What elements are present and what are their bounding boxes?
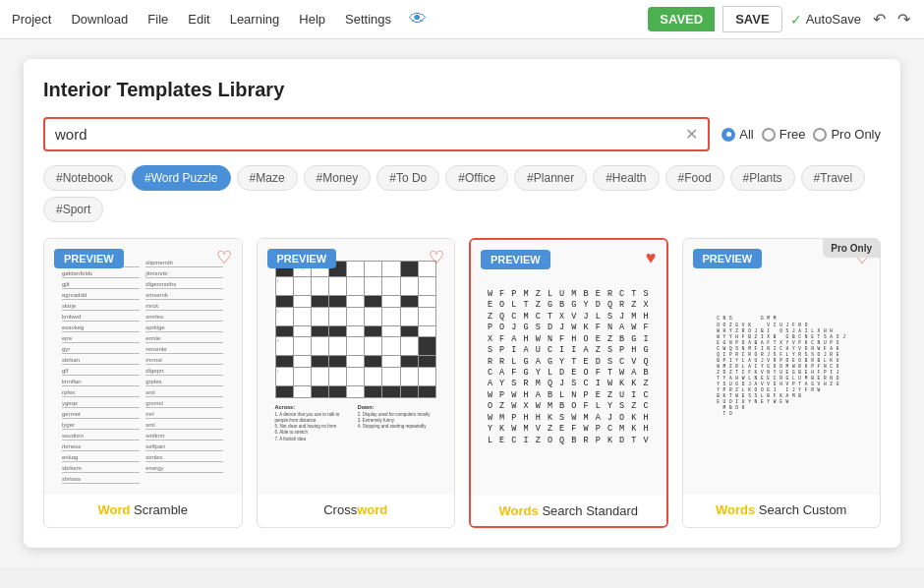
crossword-preview: PREVIEW ♡ 3 1 5: [258, 239, 455, 495]
favorite-btn-crossword[interactable]: ♡: [429, 247, 444, 268]
favorite-btn-words-search-standard[interactable]: ♥: [646, 248, 657, 268]
tag-health[interactable]: #Health: [593, 165, 659, 191]
tag-sport[interactable]: #Sport: [43, 197, 103, 222]
words-search-standard-rest: Search Standard: [539, 503, 638, 518]
tag-todo[interactable]: #To Do: [376, 165, 439, 191]
radio-free-dot: [762, 128, 776, 142]
menu-settings[interactable]: Settings: [343, 8, 393, 30]
tag-plants[interactable]: #Plants: [730, 165, 795, 191]
menu-help[interactable]: Help: [297, 8, 327, 30]
menu-right-actions: SAVED SAVE ✓ AutoSave ↶ ↷: [648, 6, 914, 32]
word-scramble-highlight: Word: [97, 502, 130, 517]
filter-pro[interactable]: Pro Only: [813, 127, 881, 142]
preview-btn-words-search-custom[interactable]: PREVIEW: [693, 249, 763, 268]
word-scramble-preview: PREVIEW ♡ yfmg gøldenfolds gjlt egrxaddd…: [44, 239, 242, 495]
library-panel: Interior Templates Library ✕ All Free Pr…: [24, 59, 900, 548]
search-input[interactable]: [55, 126, 685, 143]
tag-office[interactable]: #Office: [445, 165, 508, 191]
words-search-standard-preview: PREVIEW ♥ W F P M Z L U M B E R C T SE O…: [471, 240, 666, 496]
preview-eye-icon[interactable]: 👁: [409, 9, 427, 29]
crossword-label: Crossword: [258, 495, 455, 525]
crossword-prefix: Cross: [323, 502, 357, 517]
tag-planner[interactable]: #Planner: [514, 165, 587, 191]
menu-bar: Project Download File Edit Learning Help…: [0, 0, 924, 39]
crossword-highlight: word: [357, 502, 387, 517]
words-search-custom-label: Words Search Custom: [683, 495, 881, 525]
filter-pro-label: Pro Only: [831, 127, 881, 142]
favorite-btn-word-scramble[interactable]: ♡: [216, 247, 232, 268]
radio-pro-dot: [813, 128, 827, 142]
autosave-label: AutoSave: [806, 12, 861, 27]
word-search-grid: W F P M Z L U M B E R C T SE O L T Z G B…: [480, 281, 658, 455]
main-content: Interior Templates Library ✕ All Free Pr…: [0, 39, 924, 567]
words-search-custom-highlight: Words: [716, 502, 755, 517]
tag-row: #Notebook #Word Puzzle #Maze #Money #To …: [43, 165, 881, 222]
filter-free-label: Free: [780, 127, 806, 142]
library-title: Interior Templates Library: [43, 79, 881, 101]
template-grid: PREVIEW ♡ yfmg gøldenfolds gjlt egrxaddd…: [43, 238, 881, 528]
undo-button[interactable]: ↶: [869, 8, 890, 30]
words-search-standard-label: Words Search Standard: [471, 496, 666, 526]
menu-edit[interactable]: Edit: [186, 8, 211, 30]
filter-all-label: All: [739, 127, 753, 142]
filter-all[interactable]: All: [722, 127, 753, 142]
undo-redo-group: ↶ ↷: [869, 8, 914, 30]
autosave-checkmark: ✓: [790, 12, 802, 28]
word-scramble-rest: Scramble: [130, 502, 188, 517]
filter-group: All Free Pro Only: [722, 127, 881, 142]
tag-travel[interactable]: #Travel: [801, 165, 866, 191]
tag-word-puzzle[interactable]: #Word Puzzle: [132, 165, 230, 191]
redo-button[interactable]: ↷: [894, 8, 914, 30]
words-search-custom-rest: Search Custom: [755, 502, 846, 517]
menu-download[interactable]: Download: [69, 8, 130, 30]
search-row: ✕ All Free Pro Only: [43, 117, 881, 151]
search-clear-icon[interactable]: ✕: [685, 125, 698, 144]
save-button[interactable]: SAVE: [722, 6, 781, 32]
menu-learning[interactable]: Learning: [228, 8, 282, 30]
tag-maze[interactable]: #Maze: [237, 165, 298, 191]
template-card-words-search-custom[interactable]: PREVIEW ♡ Pro Only C N S G M M O O Z G V…: [682, 238, 882, 528]
radio-all-dot: [722, 128, 735, 142]
preview-btn-crossword[interactable]: PREVIEW: [267, 249, 337, 268]
tag-notebook[interactable]: #Notebook: [43, 165, 126, 191]
template-card-word-scramble[interactable]: PREVIEW ♡ yfmg gøldenfolds gjlt egrxaddd…: [43, 238, 243, 528]
template-card-crossword[interactable]: PREVIEW ♡ 3 1 5: [257, 238, 456, 528]
words-search-highlight: Words: [499, 503, 539, 518]
pro-only-badge: Pro Only: [823, 239, 880, 258]
saved-button[interactable]: SAVED: [648, 7, 715, 31]
preview-btn-words-search-standard[interactable]: PREVIEW: [481, 250, 550, 269]
menu-project[interactable]: Project: [10, 8, 53, 30]
menu-file[interactable]: File: [145, 8, 170, 30]
tag-money[interactable]: #Money: [304, 165, 372, 191]
autosave-toggle[interactable]: ✓ AutoSave: [790, 12, 861, 28]
filter-free[interactable]: Free: [762, 127, 806, 142]
preview-btn-word-scramble[interactable]: PREVIEW: [54, 249, 124, 268]
words-search-custom-grid: C N S G M M O O Z G V K V C U J F N O W …: [711, 304, 851, 429]
template-card-words-search-standard[interactable]: PREVIEW ♥ W F P M Z L U M B E R C T SE O…: [469, 238, 668, 528]
words-search-custom-preview: PREVIEW ♡ Pro Only C N S G M M O O Z G V…: [683, 239, 881, 495]
search-box: ✕: [43, 117, 710, 151]
word-scramble-label: Word Scramble: [44, 495, 242, 525]
tag-food[interactable]: #Food: [665, 165, 724, 191]
